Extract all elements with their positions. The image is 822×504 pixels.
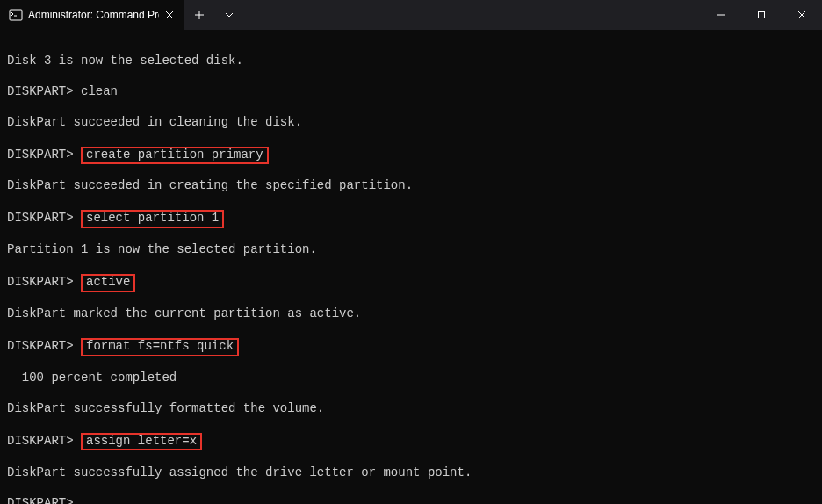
terminal-line [7,164,815,180]
prompt: DISKPART> [7,275,81,289]
terminal-line [7,418,815,434]
cmd-icon [9,8,23,22]
titlebar: Administrator: Command Prom [0,0,822,30]
terminal-line: DISKPART> assign letter=x [7,433,815,450]
terminal-line [7,228,815,244]
tabs-dropdown-button[interactable] [214,0,244,30]
terminal-line [7,387,815,403]
terminal-line: DISKPART> [7,497,815,504]
terminal-line [7,195,815,211]
terminal-line [7,39,815,54]
command-text: clean [81,84,118,98]
window-controls [701,0,822,30]
prompt: DISKPART> [7,148,81,162]
command-text: format fs=ntfs quick [81,338,239,356]
active-tab[interactable]: Administrator: Command Prom [0,0,184,30]
terminal-line: DISKPART> select partition 1 [7,210,815,227]
command-text: create partition primary [81,147,269,164]
terminal-line: DiskPart succeeded in cleaning the disk. [7,116,815,132]
terminal-line: DiskPart marked the current partition as… [7,307,815,323]
terminal-line: DISKPART> clean [7,85,815,101]
terminal-line [7,69,815,85]
terminal-line [7,450,815,466]
terminal-line: DiskPart succeeded in creating the speci… [7,179,815,195]
close-window-button[interactable] [782,0,822,30]
cursor [83,498,83,504]
prompt: DISKPART> [7,496,81,504]
terminal-output[interactable]: Disk 3 is now the selected disk.DISKPART… [0,30,822,504]
tab-title: Administrator: Command Prom [28,9,159,21]
prompt: DISKPART> [7,84,81,98]
new-tab-button[interactable] [184,0,214,30]
terminal-line [7,323,815,339]
prompt: DISKPART> [7,434,81,448]
prompt: DISKPART> [7,339,81,353]
svg-rect-0 [10,10,22,20]
tab-close-button[interactable] [162,8,177,22]
terminal-line: 100 percent completed [7,371,815,387]
terminal-line [7,481,815,497]
maximize-button[interactable] [741,0,782,30]
terminal-line: DISKPART> active [7,274,815,292]
terminal-line: Disk 3 is now the selected disk. [7,54,815,70]
terminal-line [7,131,815,147]
terminal-line: DISKPART> format fs=ntfs quick [7,338,815,356]
command-text: select partition 1 [81,210,224,227]
terminal-line [7,100,815,116]
terminal-line [7,356,815,372]
terminal-line: DiskPart successfully assigned the drive… [7,466,815,482]
terminal-line: Partition 1 is now the selected partitio… [7,243,815,259]
minimize-button[interactable] [701,0,741,30]
command-text: active [81,274,135,292]
prompt: DISKPART> [7,211,81,225]
terminal-line: DISKPART> create partition primary [7,147,815,164]
titlebar-spacer[interactable] [244,0,701,30]
terminal-line [7,292,815,308]
svg-rect-7 [759,12,765,18]
command-text: assign letter=x [81,433,202,450]
terminal-line [7,259,815,275]
terminal-line: DiskPart successfully formatted the volu… [7,402,815,418]
